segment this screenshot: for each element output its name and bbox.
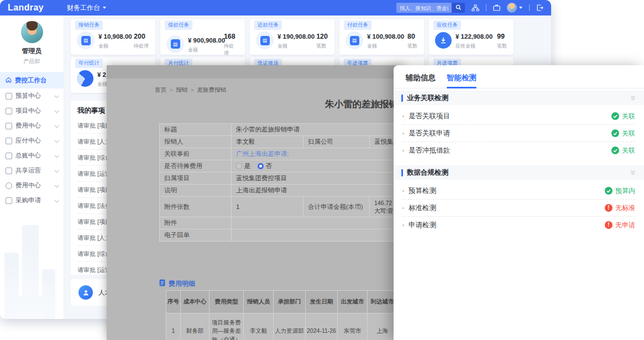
check-item-request: 是否关联申请 关联 bbox=[402, 125, 635, 142]
expense-document-modal: 首页 > 报销 > 差旅费报销 朱小雷的差旅报销申请 标题 朱小雷的差旅报销申请… bbox=[107, 65, 404, 340]
breadcrumb-current: 差旅费报销 bbox=[197, 86, 227, 94]
count: 168 bbox=[224, 33, 235, 40]
amount: ¥ 900,908.00 bbox=[188, 37, 225, 44]
chevron-down-icon bbox=[103, 7, 106, 9]
card-badge: 付款任务 bbox=[344, 20, 371, 30]
breadcrumb-separator: > bbox=[191, 87, 193, 93]
card-badge: 还款任务 bbox=[254, 20, 282, 30]
cell-date: 2024-11-26 bbox=[306, 313, 338, 340]
cell-bearing-dept: 人力资源部 bbox=[274, 313, 306, 340]
tab-assist-info[interactable]: 辅助信息 bbox=[406, 73, 436, 88]
logout-icon[interactable] bbox=[536, 4, 543, 11]
field-label-applicant: 报销人 bbox=[160, 136, 232, 148]
menu-label: 共享运营 bbox=[15, 166, 41, 175]
field-label-title: 标题 bbox=[160, 124, 232, 136]
col-date: 发生日期 bbox=[306, 291, 338, 313]
breadcrumb-separator: > bbox=[170, 87, 172, 93]
field-value-receipt bbox=[232, 229, 404, 242]
cell-arrive-city: 上海 bbox=[368, 313, 397, 340]
check-circle-icon bbox=[611, 129, 619, 137]
sidebar-item-expense-center[interactable]: 费用中心 bbox=[0, 118, 64, 133]
bullet-dot bbox=[402, 207, 404, 209]
user-name: 管理员 bbox=[0, 46, 64, 56]
share-icon bbox=[6, 168, 12, 174]
bullet-dot bbox=[402, 150, 404, 151]
col-cost-center: 成本中心 bbox=[181, 291, 210, 313]
sidebar-menu: 费控工作台 预算中心 项目中心 费用中心 应付中心 bbox=[0, 72, 64, 208]
chevron-down-icon bbox=[54, 93, 59, 98]
col-depart-city: 出发城市 bbox=[338, 291, 368, 313]
brand-logo: Landray bbox=[8, 3, 44, 13]
radio-yes[interactable] bbox=[236, 163, 242, 169]
workspace-label: 财务工作台 bbox=[67, 3, 100, 13]
table-header-row: 序号 成本中心 费用类型 报销人员 承担部门 发生日期 出发城市 到达城市 bbox=[166, 291, 397, 313]
repay-icon: ▤ bbox=[256, 32, 274, 49]
amount: ¥ 190,908.00 bbox=[278, 33, 315, 40]
field-value-project: 蓝悦集团费控项目 bbox=[232, 172, 404, 185]
data-compliance-items: 预算检测 预算内 标准检测 ! 无标准 申请检测 ! 无申请 bbox=[394, 180, 644, 233]
section-accent-bar bbox=[401, 169, 403, 176]
status-text: 无申请 bbox=[615, 221, 635, 230]
card-icon bbox=[6, 138, 12, 144]
sidebar-item-ledger-center[interactable]: 总账中心 bbox=[0, 148, 64, 163]
related-request-link[interactable]: 广州上海出差申请; bbox=[236, 150, 289, 158]
col-arrive-city: 到达城市 bbox=[368, 291, 397, 313]
radio-no-label: 否 bbox=[266, 162, 273, 170]
menu-label: 采购申请 bbox=[15, 196, 41, 205]
stat-card-reimburse[interactable]: 报销任务 ▤ ¥ 10,908.00 金额 200 待处理 bbox=[71, 19, 155, 55]
grid-icon bbox=[6, 93, 12, 100]
amount: ¥ 122,908.00 bbox=[455, 33, 493, 40]
bullet-dot bbox=[402, 133, 404, 134]
search-button[interactable] bbox=[452, 3, 465, 13]
donut-chart-icon bbox=[77, 70, 93, 87]
check-label: 是否关联申请 bbox=[409, 129, 450, 138]
navbar-right bbox=[396, 3, 543, 13]
sidebar-item-project-center[interactable]: 项目中心 bbox=[0, 103, 64, 118]
field-label-attachment: 附件 bbox=[160, 217, 232, 229]
check-circle-icon bbox=[611, 112, 619, 120]
sidebar-item-expense-center-2[interactable]: 费用中心 bbox=[0, 178, 64, 193]
breadcrumb-home[interactable]: 首页 bbox=[155, 86, 166, 94]
check-status: 关联 bbox=[611, 112, 635, 121]
chevron-down-icon bbox=[54, 198, 59, 202]
check-label: 是否关联项目 bbox=[409, 112, 450, 121]
sidebar-item-payable-center[interactable]: 应付中心 bbox=[0, 133, 64, 148]
menu-label: 预算中心 bbox=[15, 92, 41, 100]
tab-smart-check[interactable]: 智能检测 bbox=[447, 73, 477, 88]
count: 80 bbox=[407, 33, 415, 40]
stat-card-payment[interactable]: 付款任务 ▤ ¥ 100,908.00 金额 80 笔数 bbox=[339, 19, 424, 55]
document-icon bbox=[6, 123, 12, 129]
check-item-budget: 预算检测 预算内 bbox=[402, 182, 635, 200]
briefcase-icon[interactable] bbox=[493, 4, 500, 11]
status-text: 关联 bbox=[622, 129, 635, 138]
breadcrumb-reimburse[interactable]: 报销 bbox=[176, 86, 187, 94]
cell-claimant: 李文毅 bbox=[244, 313, 274, 340]
cell-seq: 1 bbox=[166, 313, 181, 340]
col-bearing-dept: 承担部门 bbox=[274, 291, 306, 313]
sidebar-item-budget-center[interactable]: 预算中心 bbox=[0, 88, 64, 103]
menu-label: 费控工作台 bbox=[15, 76, 47, 85]
card-badge: 借款任务 bbox=[165, 20, 192, 30]
sidebar-item-purchase-request[interactable]: 采购申请 bbox=[0, 193, 64, 208]
org-chart-icon[interactable] bbox=[472, 4, 479, 12]
stat-card-loan[interactable]: 借款任务 ▤ ¥ 900,908.00 金额 168 待处理 bbox=[160, 19, 245, 55]
amount: ¥ 10,908.00 bbox=[98, 33, 132, 40]
building-watermark bbox=[0, 203, 64, 319]
amount-label: 金额 bbox=[188, 46, 224, 54]
stat-card-repay[interactable]: 还款任务 ▤ ¥ 190,908.00 金额 120 笔数 bbox=[250, 19, 334, 55]
section-business-relation[interactable]: 业务关联检测 bbox=[394, 91, 644, 105]
chevron-down-icon bbox=[519, 7, 522, 9]
sidebar-item-shared-operation[interactable]: 共享运营 bbox=[0, 163, 64, 178]
stat-card-receivable[interactable]: 应收任务 ¥ 122,908.00 应收金额 99 笔数 bbox=[429, 19, 514, 55]
user-avatar-large[interactable] bbox=[21, 21, 43, 43]
field-value-title: 朱小雷的差旅报销申请 bbox=[232, 124, 404, 136]
section-data-compliance[interactable]: 数据合规检测 bbox=[394, 165, 644, 180]
workspace-switcher[interactable]: 财务工作台 bbox=[67, 3, 106, 13]
search-input[interactable] bbox=[396, 3, 452, 13]
user-avatar[interactable] bbox=[507, 3, 522, 13]
total-amount: 146.72 bbox=[374, 199, 392, 207]
sidebar-item-expense-workbench[interactable]: 费控工作台 bbox=[0, 72, 64, 88]
menu-label: 应付中心 bbox=[15, 137, 41, 145]
radio-no-checked[interactable] bbox=[258, 163, 264, 169]
user-department: 产品部 bbox=[0, 57, 64, 65]
